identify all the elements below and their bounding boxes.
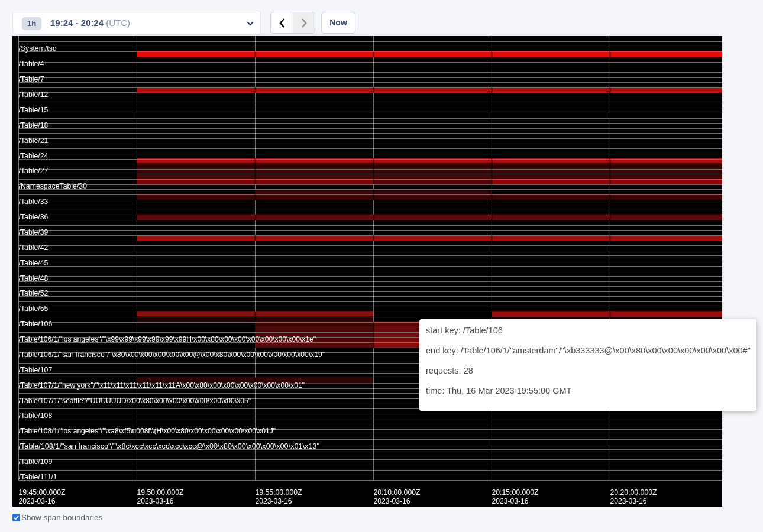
svg-text:/NamespaceTable/30: /NamespaceTable/30 (19, 182, 88, 190)
svg-text:2023-03-16: 2023-03-16 (492, 497, 529, 505)
svg-text:20:20:00.000Z: 20:20:00.000Z (610, 488, 657, 497)
svg-text:/Table/108: /Table/108 (19, 411, 53, 420)
svg-text:/Table/107/1/"seattle"/"UUUUUU: /Table/107/1/"seattle"/"UUUUUUD\x00\x80\… (19, 397, 251, 405)
svg-text:/Table/36: /Table/36 (19, 213, 49, 221)
svg-text:/Table/27: /Table/27 (19, 167, 49, 175)
svg-text:/Table/106: /Table/106 (19, 320, 53, 328)
svg-text:/Table/108/1/"san francisco"/": /Table/108/1/"san francisco"/"\x8c\xcc\x… (19, 442, 320, 450)
svg-text:/System/tsd: /System/tsd (19, 44, 57, 53)
svg-text:19:50:00.000Z: 19:50:00.000Z (137, 488, 184, 497)
svg-text:2023-03-16: 2023-03-16 (19, 497, 56, 505)
svg-text:/Table/42: /Table/42 (19, 244, 49, 252)
svg-text:2023-03-16: 2023-03-16 (374, 497, 410, 505)
svg-text:/Table/106/1/"san francisco"/": /Table/106/1/"san francisco"/"\x80\x00\x… (19, 351, 325, 359)
svg-text:/Table/4: /Table/4 (19, 60, 44, 68)
svg-text:2023-03-16: 2023-03-16 (137, 497, 174, 505)
svg-text:/Table/109: /Table/109 (19, 458, 53, 466)
svg-text:20:15:00.000Z: 20:15:00.000Z (492, 488, 539, 497)
svg-text:/Table/48: /Table/48 (19, 274, 49, 283)
svg-text:/Table/111/1: /Table/111/1 (19, 473, 57, 481)
svg-text:/Table/33: /Table/33 (19, 197, 49, 206)
svg-text:/Table/108/1/"los angeles"/"\x: /Table/108/1/"los angeles"/"\xa8\xf5\u00… (19, 427, 276, 435)
svg-text:/Table/39: /Table/39 (19, 228, 49, 236)
svg-text:/Table/24: /Table/24 (19, 152, 49, 160)
svg-text:/Table/7: /Table/7 (19, 75, 44, 83)
svg-text:2023-03-16: 2023-03-16 (610, 497, 647, 505)
svg-text:19:55:00.000Z: 19:55:00.000Z (256, 488, 302, 497)
svg-text:/Table/52: /Table/52 (19, 289, 49, 297)
svg-text:/Table/18: /Table/18 (19, 121, 49, 129)
svg-text:/Table/12: /Table/12 (19, 90, 49, 99)
svg-text:/Table/106/1/"los angeles"/"\x: /Table/106/1/"los angeles"/"\x99\x99\x99… (19, 335, 316, 343)
svg-text:/Table/21: /Table/21 (19, 137, 49, 145)
svg-text:/Table/55: /Table/55 (19, 304, 49, 313)
svg-text:/Table/107: /Table/107 (19, 366, 53, 374)
svg-text:20:10:00.000Z: 20:10:00.000Z (374, 488, 421, 497)
svg-text:2023-03-16: 2023-03-16 (256, 497, 292, 505)
svg-text:/Table/45: /Table/45 (19, 259, 49, 267)
svg-text:/Table/107/1/"new york"/"\x11\: /Table/107/1/"new york"/"\x11\x11\x11\x1… (19, 381, 305, 390)
svg-text:19:45:00.000Z: 19:45:00.000Z (19, 488, 66, 497)
svg-text:/Table/15: /Table/15 (19, 106, 49, 114)
